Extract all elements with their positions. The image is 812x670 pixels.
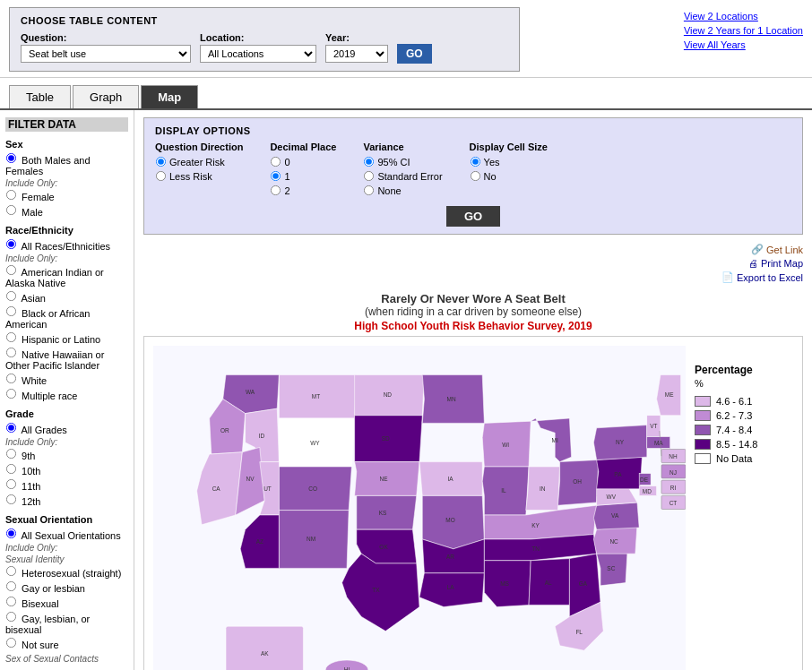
year-select[interactable]: 2019 xyxy=(325,45,388,63)
map-and-legend: WA OR CA ID NV xyxy=(153,346,793,670)
ne-state-ri xyxy=(661,480,686,494)
question-direction-label: Question Direction xyxy=(155,142,243,152)
race-multiple-radio[interactable]: Multiple race xyxy=(5,388,128,401)
race-white-radio[interactable]: White xyxy=(5,373,128,386)
sidebar: FILTER DATA Sex Both Males and Females I… xyxy=(0,110,134,670)
view-2-years-link[interactable]: View 2 Years for 1 Location xyxy=(684,25,803,36)
var-none-radio[interactable]: None xyxy=(363,185,442,196)
legend-label-2: 6.2 - 7.3 xyxy=(716,410,752,421)
grade-12th-radio[interactable]: 12th xyxy=(5,494,128,507)
so-glb-radio[interactable]: Gay, lesbian, or bisexual xyxy=(5,611,128,635)
qd-greater-radio[interactable]: Greater Risk xyxy=(155,156,243,168)
so-hetero-radio[interactable]: Heterosexual (straight) xyxy=(5,565,128,579)
race-asian-radio[interactable]: Asian xyxy=(5,290,128,304)
question-label: Question: xyxy=(21,32,191,43)
view-all-years-link[interactable]: View All Years xyxy=(684,39,803,50)
state-ia xyxy=(419,462,482,496)
state-ms xyxy=(484,561,531,607)
var-ci-radio[interactable]: 95% CI xyxy=(363,156,442,168)
decimal-place-col: Decimal Place 0 1 2 xyxy=(270,142,336,199)
year-label: Year: xyxy=(325,32,388,43)
sex-of-contacts-label: Sex of Sexual Contacts xyxy=(5,654,128,664)
dp-2-radio[interactable]: 2 xyxy=(270,185,336,196)
header-section: CHOOSE TABLE CONTENT Question: Seat belt… xyxy=(0,0,812,78)
grade-11th-radio[interactable]: 11th xyxy=(5,478,128,492)
state-ks xyxy=(357,495,417,529)
legend-item-2: 6.2 - 7.3 xyxy=(695,410,793,421)
legend-color-4 xyxy=(695,439,711,450)
export-excel-action[interactable]: 📄 Export to Excel xyxy=(721,271,803,283)
map-svg-area: WA OR CA ID NV xyxy=(153,346,686,670)
display-options-title: DISPLAY OPTIONS xyxy=(155,125,791,136)
sex-female-radio[interactable]: Female xyxy=(5,189,128,202)
state-vt xyxy=(647,416,661,437)
cs-no-radio[interactable]: No xyxy=(470,170,548,182)
sexual-identity-label: Sexual Identity xyxy=(5,554,128,564)
legend-label-5: No Data xyxy=(716,453,752,464)
dp-1-radio[interactable]: 1 xyxy=(270,170,336,182)
map-title: Rarely Or Never Wore A Seat Belt (when r… xyxy=(143,292,803,332)
cell-size-col: Display Cell Size Yes No xyxy=(470,142,548,185)
map-title-main: Rarely Or Never Wore A Seat Belt xyxy=(143,292,803,305)
choose-table-title: CHOOSE TABLE CONTENT xyxy=(21,15,508,26)
get-link-action[interactable]: 🔗 Get Link xyxy=(751,244,803,255)
legend-label-4: 8.5 - 14.8 xyxy=(716,439,757,450)
tab-graph[interactable]: Graph xyxy=(73,85,139,108)
ne-state-ct xyxy=(661,495,686,509)
so-bisexual-radio[interactable]: Bisexual xyxy=(5,596,128,609)
legend-item-5: No Data xyxy=(695,453,793,464)
legend-item-1: 4.6 - 6.1 xyxy=(695,396,793,407)
location-control: Location: All Locations xyxy=(200,32,316,63)
state-ne xyxy=(355,462,419,496)
qd-less-radio[interactable]: Less Risk xyxy=(155,170,243,182)
grade-all-radio[interactable]: All Grades xyxy=(5,422,128,435)
so-gay-radio[interactable]: Gay or lesbian xyxy=(5,580,128,594)
main-content: FILTER DATA Sex Both Males and Females I… xyxy=(0,110,812,670)
state-mt xyxy=(279,374,356,418)
state-va xyxy=(593,502,639,529)
legend-color-2 xyxy=(695,410,711,421)
grade-10th-radio[interactable]: 10th xyxy=(5,463,128,477)
cs-yes-radio[interactable]: Yes xyxy=(470,156,548,168)
sex-section-title: Sex xyxy=(5,139,128,150)
location-select[interactable]: All Locations xyxy=(200,45,316,63)
state-md xyxy=(639,486,656,496)
sex-male-radio[interactable]: Male xyxy=(5,204,128,218)
legend-color-5 xyxy=(695,453,711,464)
race-american-indian-radio[interactable]: American Indian or Alaska Native xyxy=(5,264,128,288)
legend-label-3: 7.4 - 8.4 xyxy=(716,425,752,435)
variance-label: Variance xyxy=(363,142,442,152)
question-direction-col: Question Direction Greater Risk Less Ris… xyxy=(155,142,243,185)
grade-9th-radio[interactable]: 9th xyxy=(5,448,128,461)
display-go-center: GO xyxy=(155,206,791,227)
state-me xyxy=(657,374,681,415)
state-in xyxy=(526,467,560,511)
race-black-radio[interactable]: Black or African American xyxy=(5,305,128,330)
var-se-radio[interactable]: Standard Error xyxy=(363,170,442,182)
filter-title: FILTER DATA xyxy=(5,117,128,132)
race-section-title: Race/Ethnicity xyxy=(5,225,128,236)
state-oh xyxy=(557,460,598,505)
dp-0-radio[interactable]: 0 xyxy=(270,156,336,168)
header-go-button[interactable]: GO xyxy=(397,44,432,64)
so-all-radio[interactable]: All Sexual Orientations xyxy=(5,528,128,541)
race-hispanic-radio[interactable]: Hispanic or Latino xyxy=(5,331,128,345)
race-all-radio[interactable]: All Races/Ethnicities xyxy=(5,238,128,252)
display-options-panel: DISPLAY OPTIONS Question Direction Great… xyxy=(143,117,803,235)
display-go-button[interactable]: GO xyxy=(446,206,500,227)
print-map-action[interactable]: 🖨 Print Map xyxy=(748,258,803,269)
race-native-hawaiian-radio[interactable]: Native Hawaiian or Other Pacific Islande… xyxy=(5,347,128,371)
question-select[interactable]: Seat belt use xyxy=(21,45,191,63)
tab-map[interactable]: Map xyxy=(141,85,198,108)
sex-both-radio[interactable]: Both Males and Females xyxy=(5,152,128,176)
display-options-grid: Question Direction Greater Risk Less Ris… xyxy=(155,142,791,199)
view-2-locations-link[interactable]: View 2 Locations xyxy=(684,11,803,21)
state-al xyxy=(529,559,569,606)
so-notsure-radio[interactable]: Not sure xyxy=(5,637,128,650)
state-pa xyxy=(597,457,643,489)
tab-table[interactable]: Table xyxy=(9,85,71,108)
map-title-survey: High School Youth Risk Behavior Survey, … xyxy=(143,320,803,332)
state-mn xyxy=(422,374,484,423)
location-label: Location: xyxy=(200,32,316,43)
links-section: View 2 Locations View 2 Years for 1 Loca… xyxy=(684,7,803,72)
